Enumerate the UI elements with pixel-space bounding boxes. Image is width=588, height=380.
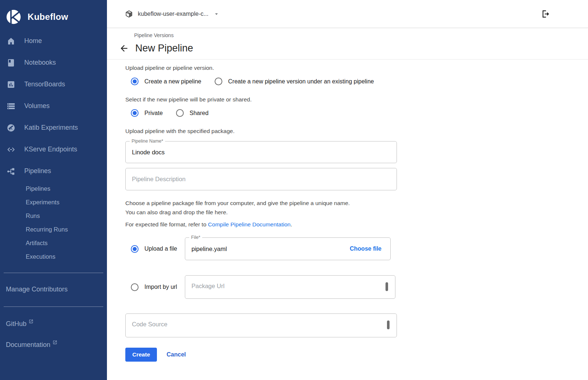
package-icon <box>125 10 133 18</box>
radio-button-unchecked[interactable] <box>215 78 222 85</box>
namespace-selector[interactable]: kubeflow-user-example-c... <box>125 10 220 18</box>
chevron-down-icon <box>213 11 220 17</box>
sidebar-item-manage-contributors[interactable]: Manage Contributors <box>0 281 107 297</box>
subitem-label: Runs <box>26 212 40 219</box>
file-field-value: pipeline.yaml <box>191 245 227 252</box>
sidebar-link-documentation[interactable]: Documentation <box>0 341 107 349</box>
radio-button-unchecked[interactable] <box>131 283 139 291</box>
subitem-label: Artifacts <box>26 240 48 247</box>
sidebar-subitem-executions[interactable]: Executions <box>0 250 107 264</box>
breadcrumb[interactable]: Pipeline Versions <box>107 28 588 38</box>
pipeline-name-label: Pipeline Name* <box>130 139 165 144</box>
upload-type-options: Create a new pipeline Create a new pipel… <box>125 78 588 85</box>
radio-create-pipeline-version[interactable]: Create a new pipeline version under an e… <box>215 78 374 85</box>
radio-button-checked[interactable] <box>131 245 139 253</box>
endpoints-icon <box>7 145 15 154</box>
katib-icon <box>7 123 15 132</box>
package-prompt: Upload pipeline with the specified packa… <box>125 128 588 135</box>
compile-pipeline-documentation-link[interactable]: Compile Pipeline Documentation <box>208 221 291 227</box>
sidebar-item-pipelines[interactable]: Pipelines <box>0 160 107 182</box>
upload-file-row: Upload a file File* pipeline.yaml Choose… <box>125 237 588 260</box>
subitem-label: Executions <box>26 253 55 260</box>
radio-button-unchecked[interactable] <box>176 109 184 117</box>
format-help: For expected file format, refer to Compi… <box>125 221 588 228</box>
documentation-label: Documentation <box>6 341 50 349</box>
radio-button-checked[interactable] <box>131 109 139 117</box>
radio-import-by-url[interactable]: Import by url <box>125 283 185 291</box>
radio-shared[interactable]: Shared <box>176 109 209 117</box>
notebook-icon <box>7 58 15 67</box>
choose-file-button[interactable]: Choose file <box>350 245 381 252</box>
chart-icon <box>7 80 15 89</box>
sidebar-item-tensorboards[interactable]: TensorBoards <box>0 74 107 95</box>
pipelines-icon <box>7 167 15 176</box>
top-toolbar: kubeflow-user-example-c... <box>107 0 588 28</box>
scrollbar-thumb[interactable] <box>387 320 390 329</box>
format-help-prefix: For expected file format, refer to <box>125 221 208 227</box>
visibility-options: Private Shared <box>125 109 588 117</box>
kubeflow-logo-icon <box>5 8 22 25</box>
sidebar-subitem-experiments[interactable]: Experiments <box>0 196 107 209</box>
format-help-suffix: . <box>291 221 292 227</box>
sidebar-item-volumes[interactable]: Volumes <box>0 95 107 117</box>
sidebar-link-github[interactable]: GitHub <box>0 320 107 328</box>
radio-create-new-pipeline[interactable]: Create a new pipeline <box>131 78 201 85</box>
sidebar-subitem-pipelines[interactable]: Pipelines <box>0 182 107 196</box>
sidebar-item-label: TensorBoards <box>24 80 65 88</box>
main-area: kubeflow-user-example-c... Pipeline Vers… <box>107 0 588 380</box>
sidebar-subitem-artifacts[interactable]: Artifacts <box>0 236 107 250</box>
manage-contributors-label: Manage Contributors <box>6 286 68 293</box>
radio-private[interactable]: Private <box>131 109 163 117</box>
sidebar-subitem-recurring-runs[interactable]: Recurring Runs <box>0 223 107 236</box>
sidebar-item-home[interactable]: Home <box>0 30 107 52</box>
launch-icon <box>29 319 33 324</box>
arrow-back-icon <box>119 43 129 53</box>
sidebar-item-label: Katib Experiments <box>24 124 78 132</box>
subitem-label: Recurring Runs <box>26 226 68 233</box>
file-field[interactable]: File* pipeline.yaml Choose file <box>185 237 391 260</box>
file-help-line2: You can also drag and drop the file here… <box>125 208 588 217</box>
sidebar-item-label: Home <box>24 37 42 45</box>
sidebar-item-notebooks[interactable]: Notebooks <box>0 52 107 74</box>
pipeline-description-field[interactable] <box>125 168 397 190</box>
logout-button[interactable] <box>540 9 551 19</box>
back-button[interactable] <box>119 43 129 53</box>
create-button[interactable]: Create <box>125 348 157 362</box>
visibility-prompt: Select if the new pipeline will be priva… <box>125 96 588 103</box>
file-field-label: File* <box>189 235 202 240</box>
radio-label: Create a new pipeline version under an e… <box>228 78 374 85</box>
package-url-field[interactable] <box>185 275 395 299</box>
code-source-field[interactable] <box>125 313 397 337</box>
package-url-input[interactable] <box>185 276 395 298</box>
sidebar-item-label: Pipelines <box>24 167 51 175</box>
radio-label: Import by url <box>144 284 177 290</box>
sidebar-item-label: KServe Endpoints <box>24 146 77 153</box>
sidebar-divider <box>4 306 103 307</box>
code-source-input[interactable] <box>126 314 397 337</box>
radio-label: Shared <box>190 110 209 116</box>
sidebar-divider <box>4 273 103 273</box>
pipeline-name-field[interactable]: Pipeline Name* Linode docs <box>125 141 397 163</box>
sidebar-item-label: Notebooks <box>24 59 56 67</box>
sidebar-item-label: Volumes <box>24 102 50 110</box>
radio-label: Create a new pipeline <box>144 78 201 85</box>
scrollbar-thumb[interactable] <box>386 282 388 291</box>
sidebar-item-katib-experiments[interactable]: Katib Experiments <box>0 117 107 139</box>
kubeflow-logo-row[interactable]: Kubeflow <box>0 0 107 28</box>
sidebar: Kubeflow Home Notebooks TensorBoards Vol… <box>0 0 107 380</box>
subitem-label: Pipelines <box>26 185 50 192</box>
new-pipeline-form: Upload pipeline or pipeline version. Cre… <box>107 60 588 362</box>
sidebar-item-kserve-endpoints[interactable]: KServe Endpoints <box>0 139 107 160</box>
cancel-button[interactable]: Cancel <box>166 351 186 358</box>
pipeline-description-input[interactable] <box>126 168 397 190</box>
radio-upload-a-file[interactable]: Upload a file <box>125 245 185 253</box>
github-label: GitHub <box>6 320 26 328</box>
file-help-line1: Choose a pipeline package file from your… <box>125 198 588 208</box>
radio-label: Private <box>144 110 163 116</box>
page-header: Pipeline Versions New Pipeline <box>107 28 588 60</box>
sidebar-nav: Home Notebooks TensorBoards Volumes <box>0 30 107 264</box>
pipeline-name-value: Linode docs <box>132 149 165 156</box>
logo-wordmark: Kubeflow <box>28 12 68 22</box>
radio-button-checked[interactable] <box>131 78 139 85</box>
sidebar-subitem-runs[interactable]: Runs <box>0 209 107 223</box>
